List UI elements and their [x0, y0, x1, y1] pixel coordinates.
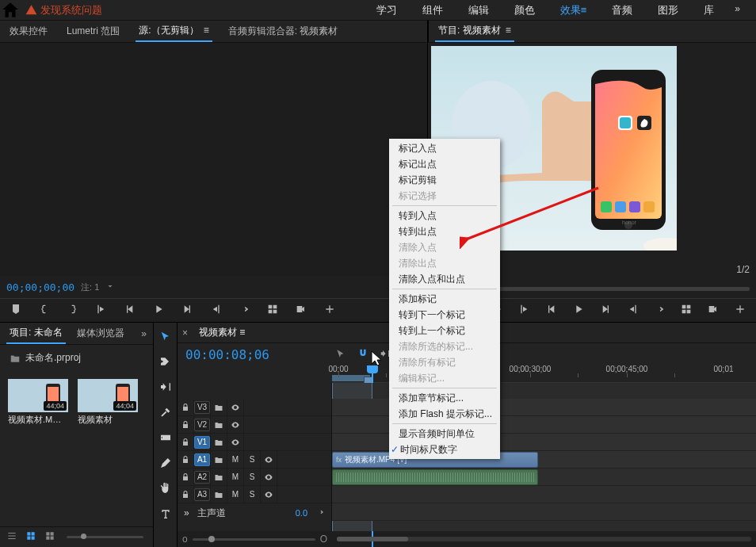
source-scale[interactable]: 注: 1 — [81, 281, 99, 293]
ctx-item-0[interactable]: 标记入点 — [389, 140, 500, 156]
project-file-icon — [10, 353, 21, 364]
ws-learn[interactable]: 学习 — [364, 0, 410, 22]
master-track[interactable]: »主声道 0.0 — [178, 503, 331, 522]
tab-lumetri[interactable]: Lumetri 范围 — [63, 21, 123, 41]
ws-audio[interactable]: 音频 — [599, 0, 645, 22]
ctx-item-22[interactable]: 时间标尺数字 — [389, 442, 500, 457]
go-out-icon[interactable] — [209, 303, 222, 318]
list-view-icon[interactable] — [6, 530, 17, 544]
project-overflow[interactable]: » — [141, 328, 147, 339]
tab-audio-mixer[interactable]: 音频剪辑混合器: 视频素材 — [225, 21, 342, 41]
source-transport — [0, 298, 427, 322]
track-v2[interactable]: V2 — [178, 416, 331, 434]
tab-media-browser[interactable]: 媒体浏览器 — [74, 323, 128, 343]
hand-tool[interactable] — [157, 480, 174, 497]
ctx-item-1[interactable]: 标记出点 — [389, 156, 500, 172]
tab-effect-controls[interactable]: 效果控件 — [6, 21, 51, 41]
ws-graphics[interactable]: 图形 — [645, 0, 691, 22]
ctx-item-13[interactable]: 转到上一个标记 — [389, 323, 500, 339]
home-button[interactable] — [0, 0, 21, 21]
ws-assembly[interactable]: 组件 — [410, 0, 456, 22]
play-icon[interactable] — [152, 303, 165, 318]
tab-program[interactable]: 节目: 视频素材≡ — [435, 21, 514, 42]
warning-icon — [25, 4, 37, 16]
selection-tool[interactable] — [157, 327, 174, 345]
fx-badge-icon: fx — [336, 456, 342, 464]
mark-in-icon[interactable] — [38, 303, 51, 318]
project-pane: 项目: 未命名 媒体浏览器 » 未命名.prproj 44;04 视频素材.M… — [0, 323, 154, 547]
pg-button-editor-icon[interactable] — [734, 303, 746, 318]
track-a2[interactable]: A2 M S — [178, 469, 331, 486]
insert-icon[interactable] — [238, 303, 250, 318]
audio-clip-a1[interactable] — [332, 469, 538, 485]
step-back-icon[interactable] — [124, 303, 136, 318]
tab-project[interactable]: 项目: 未命名 — [6, 323, 66, 344]
track-v3[interactable]: V3 — [178, 399, 331, 416]
ws-library[interactable]: 库 — [691, 0, 727, 22]
lock-icon — [181, 403, 190, 412]
slip-tool[interactable] — [157, 429, 174, 446]
pg-go-in-icon[interactable] — [518, 303, 531, 318]
ctx-item-18[interactable]: 添加章节标记... — [389, 390, 500, 406]
svg-rect-3 — [595, 79, 662, 219]
system-warning[interactable]: 发现系统问题 — [21, 3, 107, 17]
ctx-item-14: 清除所选的标记... — [389, 339, 500, 354]
svg-text:honor: honor — [622, 220, 637, 225]
track-a1[interactable]: A1 M S — [178, 451, 331, 469]
ws-overflow[interactable]: » — [727, 0, 748, 22]
timeline-tab[interactable]: 视频素材 ≡ — [194, 323, 250, 342]
ctx-item-8: 清除出点 — [389, 255, 500, 271]
pg-lift-icon[interactable] — [653, 303, 666, 318]
ripple-edit-tool[interactable] — [157, 378, 174, 396]
svg-rect-11 — [643, 201, 655, 212]
razor-tool[interactable] — [157, 404, 174, 421]
pg-step-back-icon[interactable] — [545, 303, 558, 318]
type-tool[interactable] — [157, 505, 174, 522]
svg-rect-8 — [601, 201, 612, 212]
add-marker-icon[interactable] — [10, 303, 22, 318]
tool-column — [154, 323, 178, 547]
icon-view-icon[interactable] — [25, 530, 36, 544]
bin-1-dur: 44;04 — [113, 401, 136, 411]
program-res[interactable]: 1/2 — [736, 264, 750, 275]
ctx-item-21[interactable]: 显示音频时间单位 — [389, 426, 500, 442]
track-a3[interactable]: A3 M S — [178, 486, 331, 503]
track-v1[interactable]: V1 — [178, 434, 331, 451]
bin-item-0[interactable]: 44;04 视频素材.M… — [8, 379, 68, 426]
track-select-tool[interactable] — [157, 353, 174, 370]
timeline-hscroll[interactable] — [332, 531, 756, 547]
ctx-item-9[interactable]: 清除入点和出点 — [389, 271, 500, 287]
tab-source[interactable]: 源:（无剪辑）≡ — [136, 21, 212, 42]
ws-effects[interactable]: 效果≡ — [548, 0, 600, 22]
bin-0-name: 视频素材.M… — [8, 414, 68, 426]
source-timecode[interactable]: 00;00;00;00 — [6, 281, 74, 293]
export-frame-icon[interactable] — [295, 303, 307, 318]
overwrite-icon[interactable] — [266, 303, 279, 318]
ws-editing[interactable]: 编辑 — [456, 0, 502, 22]
button-editor-icon[interactable] — [323, 303, 336, 318]
mark-out-icon[interactable] — [67, 303, 79, 318]
ctx-item-15: 清除所有标记 — [389, 354, 500, 370]
pg-play-icon[interactable] — [572, 303, 585, 318]
ws-color[interactable]: 颜色 — [502, 0, 548, 22]
pg-step-fwd-icon[interactable] — [599, 303, 612, 318]
ctx-item-11[interactable]: 添加标记 — [389, 291, 500, 307]
timeline-timecode[interactable]: 00:00:08;06 — [178, 347, 332, 362]
warning-text: 发现系统问题 — [40, 3, 102, 17]
go-in-icon[interactable] — [95, 303, 108, 318]
ctx-item-12[interactable]: 转到下一个标记 — [389, 307, 500, 323]
insert-program-icon[interactable] — [335, 348, 346, 361]
timeline-zoom[interactable]: oO — [178, 531, 332, 547]
freeform-view-icon[interactable] — [44, 530, 55, 544]
step-fwd-icon[interactable] — [181, 303, 193, 318]
ctx-item-16: 编辑标记... — [389, 370, 500, 386]
pg-export-frame-icon[interactable] — [707, 303, 720, 318]
pg-go-out-icon[interactable] — [626, 303, 639, 318]
mouse-cursor-icon — [371, 350, 384, 366]
pen-tool[interactable] — [157, 454, 174, 472]
bin-item-1[interactable]: 44;04 视频素材 — [78, 379, 138, 426]
project-file-row[interactable]: 未命名.prproj — [5, 350, 148, 366]
pg-extract-icon[interactable] — [680, 303, 693, 318]
snap-icon[interactable] — [357, 348, 368, 361]
ctx-item-19[interactable]: 添加 Flash 提示标记... — [389, 406, 500, 422]
